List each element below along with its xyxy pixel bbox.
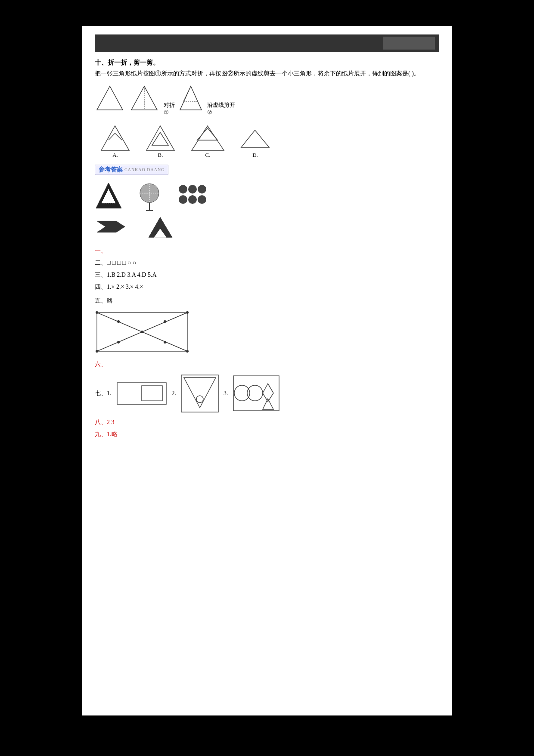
badge-small-text: CANKAO DAANG <box>124 167 165 172</box>
ans-img-4 <box>95 216 134 237</box>
svg-marker-7 <box>146 126 174 150</box>
option-d-label: D. <box>252 152 258 159</box>
top-bar <box>95 34 439 52</box>
svg-rect-42 <box>142 386 162 401</box>
svg-marker-44 <box>184 378 216 408</box>
svg-point-34 <box>96 350 98 353</box>
answer-row-images2 <box>95 215 439 239</box>
question-header: 十、折一折，剪一剪。 <box>95 59 439 67</box>
svg-point-36 <box>141 331 143 333</box>
option-b-label: B. <box>158 152 163 159</box>
svg-marker-11 <box>197 128 217 140</box>
svg-marker-8 <box>152 132 168 145</box>
svg-point-33 <box>186 311 189 314</box>
seven-img-1 <box>116 381 168 405</box>
ans-img-3 <box>177 181 209 209</box>
svg-rect-46 <box>233 376 279 411</box>
original-triangle <box>95 84 125 112</box>
svg-point-24 <box>188 195 197 204</box>
fold-label2: 沿虚线剪开 <box>207 101 235 109</box>
option-d: D. <box>239 124 271 159</box>
answer-line1: 一、 <box>95 245 439 257</box>
answer-line4: 四、1.× 2.× 3.× 4.× <box>95 281 439 293</box>
folded-triangle <box>129 84 159 112</box>
fold-labels: 对折 ① <box>164 101 175 116</box>
cut-triangle <box>179 84 203 112</box>
option-a-label: A. <box>112 152 118 159</box>
answer-line3: 三、1.B 2.D 3.A 4.D 5.A <box>95 269 439 281</box>
svg-marker-0 <box>97 86 123 110</box>
svg-marker-6 <box>101 126 129 150</box>
svg-point-35 <box>186 350 189 353</box>
svg-marker-12 <box>241 130 269 147</box>
option-c-label: C. <box>205 152 211 159</box>
page: 十、折一折，剪一剪。 把一张三角形纸片按图①所示的方式对折，再按图②所示的虚线剪… <box>82 26 452 715</box>
svg-point-40 <box>164 341 166 344</box>
cut-labels: 沿虚线剪开 ② <box>207 101 235 116</box>
fold-label1: 对折 <box>164 101 175 109</box>
ans-img-1 <box>95 181 123 209</box>
svg-point-39 <box>117 341 120 344</box>
question-text: 把一张三角形纸片按图①所示的方式对折，再按图②所示的虚线剪去一个小三角形，将余下… <box>95 69 439 79</box>
svg-marker-3 <box>180 86 202 110</box>
diagram-area: 对折 ① 沿虚线剪开 ② <box>95 84 439 116</box>
svg-marker-9 <box>192 126 224 150</box>
option-b: B. <box>144 124 177 159</box>
svg-point-45 <box>196 396 203 403</box>
top-bar-box <box>383 37 435 50</box>
svg-marker-26 <box>97 221 125 232</box>
seven-label-3: 3. <box>224 390 228 397</box>
answer-text-section: 一、 二、□ □ □ □ ○ ○ 三、1.B 2.D 3.A 4.D 5.A 四… <box>95 245 439 307</box>
fold-index1: ① <box>164 109 169 116</box>
option-c: C. <box>189 124 226 159</box>
seven-label: 七、1. <box>95 390 112 397</box>
svg-marker-50 <box>263 399 273 409</box>
answer-line9: 九、1.略 <box>95 428 439 440</box>
svg-point-21 <box>188 185 197 194</box>
fold-index2: ② <box>207 109 212 116</box>
answer-line5: 五、略 <box>95 295 439 307</box>
option-a: A. <box>99 124 131 159</box>
svg-point-23 <box>179 195 187 204</box>
ans-img-5 <box>146 215 174 239</box>
seven-row: 七、1. 2. 3. <box>95 374 439 413</box>
answer-badge: 参考答案 CANKAO DAANG <box>95 165 168 175</box>
answer-line2: 二、□ □ □ □ ○ ○ <box>95 257 439 269</box>
six-section <box>95 310 439 355</box>
svg-point-25 <box>198 195 206 204</box>
seven-img-2 <box>180 374 219 413</box>
seven-img-3 <box>233 375 280 412</box>
answer-row-images <box>95 179 439 212</box>
svg-point-37 <box>117 320 120 323</box>
svg-rect-43 <box>181 375 218 412</box>
badge-main-text: 参考答案 <box>99 166 123 174</box>
answer-line6: 六、 <box>95 359 439 371</box>
svg-point-32 <box>96 311 98 314</box>
seven-label-2: 2. <box>172 390 177 397</box>
svg-point-20 <box>179 185 187 194</box>
answer-line8: 八、2 3 <box>95 416 439 428</box>
svg-point-38 <box>164 320 166 323</box>
answer-section: 参考答案 CANKAO DAANG <box>95 165 439 440</box>
six-diagram-svg <box>95 310 189 353</box>
svg-point-22 <box>198 185 206 194</box>
ans-img-2 <box>136 179 164 212</box>
options-row: A. B. C. D. <box>99 124 439 159</box>
